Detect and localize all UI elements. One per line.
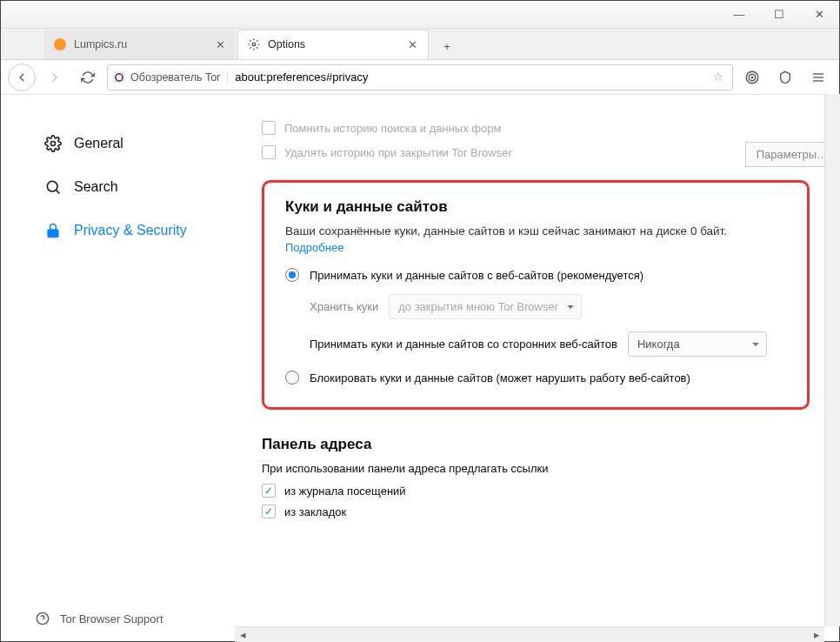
tab-close-icon[interactable]: ✕: [405, 37, 419, 51]
radio-label: Принимать куки и данные сайтов с веб-сай…: [310, 269, 643, 282]
sidebar-item-general[interactable]: General: [36, 130, 236, 157]
lock-icon: [44, 222, 62, 239]
checkbox: [262, 121, 276, 135]
reload-button[interactable]: [74, 64, 102, 91]
radio-label: Блокировать куки и данные сайтов (может …: [310, 371, 690, 385]
svg-point-8: [47, 181, 57, 191]
checkbox-label: Помнить историю поиска и данных форм: [284, 122, 501, 135]
cookies-description: Ваши сохранённые куки, данные сайтов и к…: [285, 224, 786, 237]
tab-bar: Lumpics.ru ✕ Options ✕ +: [1, 29, 839, 60]
new-tab-button[interactable]: +: [434, 33, 460, 59]
block-cookies-radio-row[interactable]: Блокировать куки и данные сайтов (может …: [285, 371, 786, 385]
addressbar-description: При использовании панели адреса предлага…: [262, 462, 810, 475]
search-icon: [44, 178, 62, 196]
sidebar-support-link[interactable]: Tor Browser Support: [36, 612, 236, 625]
third-party-row: Принимать куки и данные сайтов со сторон…: [310, 331, 786, 357]
tab-title: Lumpics.ru: [74, 38, 206, 50]
tab-close-icon[interactable]: ✕: [213, 37, 227, 51]
section-heading: Панель адреса: [262, 436, 810, 453]
suggest-bookmarks-checkbox-row[interactable]: из закладок: [262, 505, 810, 518]
learn-more-link[interactable]: Подробнее: [285, 241, 786, 254]
url-input[interactable]: [235, 70, 710, 84]
gear-icon: [44, 135, 62, 152]
window-minimize-button[interactable]: —: [719, 1, 759, 29]
cookies-section: Куки и данные сайтов Ваши сохранённые ку…: [262, 180, 810, 410]
site-identity[interactable]: Обозреватель Tor: [113, 71, 228, 84]
horizontal-scrollbar[interactable]: ◂ ▸: [235, 626, 824, 642]
checkbox: [262, 145, 276, 159]
identity-label: Обозреватель Tor: [130, 71, 220, 84]
tab-options[interactable]: Options ✕: [237, 30, 429, 59]
section-heading: Куки и данные сайтов: [285, 198, 786, 216]
clear-on-close-checkbox-row: Удалять историю при закрытии Tor Browser: [262, 145, 810, 159]
keep-label: Хранить куки: [310, 300, 378, 313]
svg-point-7: [51, 142, 56, 146]
maximize-icon: ☐: [774, 8, 784, 21]
url-bar[interactable]: Обозреватель Tor ☆: [107, 64, 733, 90]
vertical-scrollbar[interactable]: [824, 94, 840, 626]
tor-onion-icon: [113, 71, 125, 84]
scroll-track[interactable]: [250, 627, 809, 642]
back-button[interactable]: [8, 64, 36, 91]
radio-button[interactable]: [285, 371, 299, 385]
minimize-icon: —: [734, 8, 745, 21]
remember-history-checkbox-row: Помнить историю поиска и данных форм: [262, 121, 810, 135]
keep-cookies-row: Хранить куки до закрытия мною Tor Browse…: [310, 294, 786, 319]
keep-cookies-select[interactable]: до закрытия мною Tor Browser: [389, 294, 582, 319]
addressbar-section: Панель адреса При использовании панели а…: [262, 436, 810, 518]
content-area: General Search Privacy & Security Tor Br…: [1, 95, 839, 642]
checkbox[interactable]: [262, 484, 276, 498]
bookmark-star-icon[interactable]: ☆: [710, 70, 727, 84]
sidebar-item-label: General: [74, 136, 123, 151]
tab-lumpics[interactable]: Lumpics.ru ✕: [44, 30, 236, 59]
checkbox-label: из журнала посещений: [284, 485, 406, 498]
support-label: Tor Browser Support: [60, 612, 163, 625]
nav-toolbar: Обозреватель Tor ☆: [1, 60, 839, 95]
sidebar-item-label: Privacy & Security: [74, 223, 187, 238]
checkbox-label: из закладок: [284, 505, 346, 518]
forward-button[interactable]: [41, 64, 69, 91]
help-icon: [36, 612, 50, 625]
svg-point-3: [751, 77, 753, 78]
svg-rect-10: [48, 230, 58, 237]
svg-point-0: [252, 43, 256, 46]
radio-button[interactable]: [285, 268, 299, 282]
sidebar-item-search[interactable]: Search: [36, 173, 236, 201]
tab-title: Options: [268, 38, 398, 50]
sidebar-item-privacy[interactable]: Privacy & Security: [36, 217, 236, 244]
checkbox[interactable]: [262, 505, 276, 518]
scroll-right-icon[interactable]: ▸: [809, 627, 824, 643]
settings-sidebar: General Search Privacy & Security Tor Br…: [1, 95, 236, 642]
menu-button[interactable]: [804, 64, 832, 91]
favicon-lumpics-icon: [53, 37, 67, 51]
favicon-gear-icon: [247, 37, 261, 51]
settings-main: Помнить историю поиска и данных форм Уда…: [236, 95, 839, 642]
suggest-history-checkbox-row[interactable]: из журнала посещений: [262, 484, 810, 498]
window-close-button[interactable]: ✕: [799, 1, 839, 29]
security-level-button[interactable]: [771, 64, 799, 91]
window-maximize-button[interactable]: ☐: [759, 1, 799, 29]
checkbox-label: Удалять историю при закрытии Tor Browser: [284, 146, 512, 159]
third-party-label: Принимать куки и данные сайтов со сторон…: [310, 338, 617, 351]
close-icon: ✕: [815, 8, 824, 21]
plus-icon: +: [443, 40, 450, 53]
svg-line-9: [57, 191, 60, 194]
sidebar-item-label: Search: [74, 179, 118, 195]
window-titlebar: — ☐ ✕: [1, 1, 839, 29]
tor-circuit-button[interactable]: [738, 64, 766, 91]
third-party-select[interactable]: Никогда: [628, 331, 767, 357]
accept-cookies-radio-row[interactable]: Принимать куки и данные сайтов с веб-сай…: [285, 268, 786, 282]
scroll-left-icon[interactable]: ◂: [235, 627, 250, 643]
